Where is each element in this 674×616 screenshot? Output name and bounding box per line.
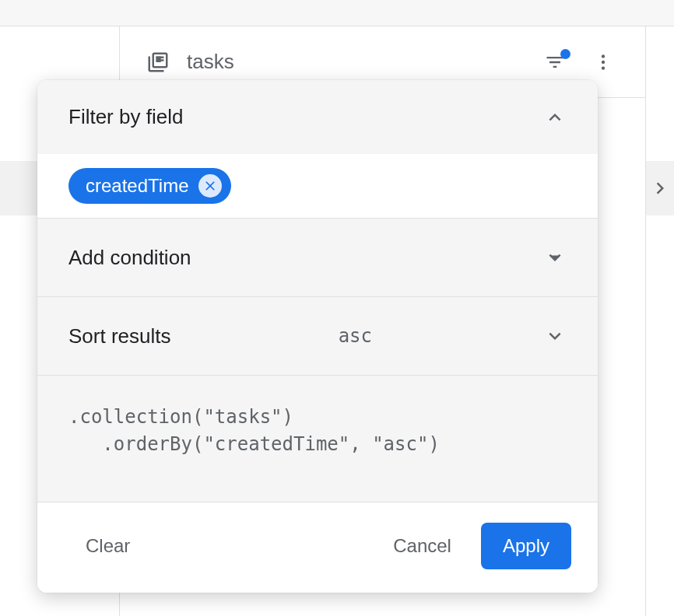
- filter-chip-createdTime[interactable]: createdTime: [68, 168, 231, 204]
- filter-by-field-title: Filter by field: [68, 105, 543, 129]
- cancel-button[interactable]: Cancel: [371, 523, 473, 569]
- right-highlight-row[interactable]: [646, 161, 674, 215]
- chip-label: createdTime: [86, 175, 189, 197]
- chevron-down-icon: [543, 246, 567, 269]
- apply-button[interactable]: Apply: [481, 523, 571, 569]
- filter-chip-row: createdTime: [37, 154, 598, 218]
- more-menu-button[interactable]: [588, 47, 619, 78]
- query-code-preview: .collection("tasks") .orderBy("createdTi…: [37, 376, 598, 502]
- sort-results-header[interactable]: Sort results asc: [37, 297, 598, 375]
- chip-remove-button[interactable]: [198, 174, 222, 198]
- sort-results-title: Sort results: [68, 324, 339, 348]
- sort-results-value: asc: [339, 325, 372, 347]
- add-condition-section: Add condition: [37, 219, 598, 297]
- right-column: [646, 26, 674, 616]
- svg-point-3: [602, 66, 605, 69]
- svg-point-1: [602, 54, 605, 58]
- filter-by-field-header[interactable]: Filter by field: [37, 80, 598, 154]
- filter-by-field-section: Filter by field createdTime: [37, 80, 598, 219]
- collection-title: tasks: [187, 50, 522, 74]
- clear-button[interactable]: Clear: [64, 523, 152, 569]
- add-condition-header[interactable]: Add condition: [37, 219, 598, 296]
- chevron-right-icon: [648, 177, 672, 200]
- filter-active-indicator: [560, 49, 570, 59]
- panel-actions: Clear Cancel Apply: [37, 502, 598, 593]
- svg-point-2: [602, 60, 605, 63]
- chevron-down-icon: [543, 324, 567, 348]
- filter-panel: Filter by field createdTime Add conditio…: [37, 80, 598, 593]
- filter-button[interactable]: [539, 47, 570, 78]
- collection-icon: [146, 51, 170, 74]
- svg-rect-0: [156, 56, 161, 62]
- top-strip: [0, 0, 674, 26]
- add-condition-title: Add condition: [68, 246, 543, 270]
- sort-results-section: Sort results asc: [37, 297, 598, 376]
- chevron-up-icon: [543, 106, 567, 129]
